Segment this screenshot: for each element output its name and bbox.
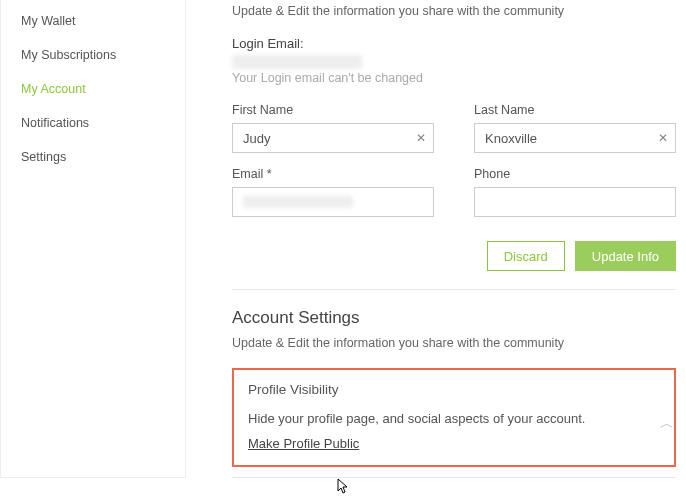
clear-last-name-icon[interactable]: ✕ xyxy=(658,131,668,145)
chevron-up-icon[interactable]: ︿ xyxy=(660,415,674,433)
make-profile-public-link[interactable]: Make Profile Public xyxy=(248,436,359,451)
sidebar: My Wallet My Subscriptions My Account No… xyxy=(0,0,186,478)
update-info-button[interactable]: Update Info xyxy=(575,241,676,271)
last-name-label: Last Name xyxy=(474,103,676,117)
sidebar-item-wallet[interactable]: My Wallet xyxy=(1,4,185,38)
account-settings-subheading: Update & Edit the information you share … xyxy=(232,336,676,350)
first-name-input[interactable] xyxy=(232,123,434,153)
email-input[interactable] xyxy=(232,187,434,217)
email-label: Email * xyxy=(232,167,434,181)
login-email-value xyxy=(232,55,362,69)
profile-visibility-panel: Profile Visibility Hide your profile pag… xyxy=(232,368,676,467)
phone-label: Phone xyxy=(474,167,676,181)
login-email-label: Login Email: xyxy=(232,36,676,51)
cursor-icon xyxy=(334,478,350,500)
divider xyxy=(232,289,676,290)
login-email-hint: Your Login email can't be changed xyxy=(232,71,676,85)
sidebar-item-settings[interactable]: Settings xyxy=(1,140,185,174)
main-content: Update & Edit the information you share … xyxy=(186,0,686,478)
sidebar-item-subscriptions[interactable]: My Subscriptions xyxy=(1,38,185,72)
first-name-label: First Name xyxy=(232,103,434,117)
profile-subheading: Update & Edit the information you share … xyxy=(232,4,676,18)
account-settings-title: Account Settings xyxy=(232,308,676,328)
profile-visibility-title: Profile Visibility xyxy=(248,382,660,397)
phone-input[interactable] xyxy=(474,187,676,217)
last-name-input[interactable] xyxy=(474,123,676,153)
profile-visibility-desc: Hide your profile page, and social aspec… xyxy=(248,411,660,426)
clear-first-name-icon[interactable]: ✕ xyxy=(416,131,426,145)
divider xyxy=(232,477,676,478)
discard-button[interactable]: Discard xyxy=(487,241,565,271)
sidebar-item-notifications[interactable]: Notifications xyxy=(1,106,185,140)
sidebar-item-account[interactable]: My Account xyxy=(1,72,185,106)
